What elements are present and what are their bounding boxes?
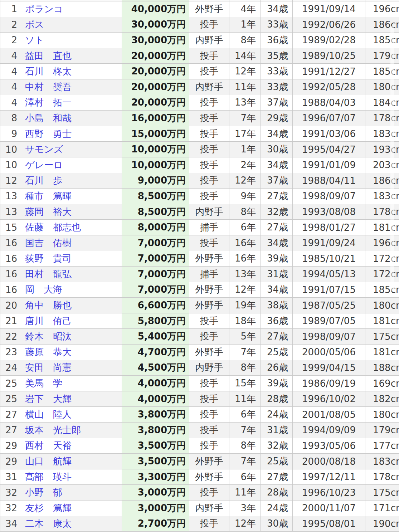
birthdate-cell: 1989/10/25 bbox=[293, 48, 365, 64]
birthdate-cell: 1991/01/09 bbox=[293, 157, 365, 173]
years-cell: 13年 bbox=[229, 95, 261, 111]
player-name-link[interactable]: 鈴木 昭汰 bbox=[25, 331, 72, 342]
player-name-link[interactable]: 角中 勝也 bbox=[25, 300, 72, 311]
table-row: 16 岡 大海 7,000万円 外野手 12年 34歳 1991/07/15 1… bbox=[0, 282, 399, 298]
position-cell: 外野手 bbox=[189, 282, 229, 298]
salary-cell: 3,000万円 bbox=[122, 485, 189, 501]
player-name-cell: 岩下 大輝 bbox=[21, 391, 122, 407]
height-cell: 175cm bbox=[365, 329, 399, 345]
player-name-cell: 澤村 拓一 bbox=[21, 95, 122, 111]
table-row: 21 唐川 侑己 5,800万円 投手 18年 36歳 1989/07/05 1… bbox=[0, 313, 399, 329]
rank-cell: 9 bbox=[0, 126, 21, 142]
player-name-link[interactable]: 田村 龍弘 bbox=[25, 269, 72, 279]
player-name-link[interactable]: 山口 航輝 bbox=[25, 456, 72, 467]
player-name-link[interactable]: 坂本 光士郎 bbox=[25, 425, 81, 435]
player-name-link[interactable]: 岡 大海 bbox=[25, 284, 62, 295]
player-name-cell: 友杉 篤輝 bbox=[21, 501, 122, 516]
player-name-link[interactable]: 二木 康太 bbox=[25, 518, 72, 529]
years-cell: 15年 bbox=[229, 376, 261, 391]
years-cell: 9年 bbox=[229, 189, 261, 204]
player-name-link[interactable]: 石川 歩 bbox=[25, 175, 62, 186]
player-name-link[interactable]: 藤岡 裕大 bbox=[25, 206, 72, 217]
rank-cell: 1 bbox=[0, 1, 21, 17]
player-name-link[interactable]: 安田 尚憲 bbox=[25, 362, 72, 373]
age-cell: 25歳 bbox=[261, 345, 293, 360]
player-name-link[interactable]: ゲレーロ bbox=[25, 160, 63, 170]
height-cell: 169cm bbox=[365, 376, 399, 391]
age-cell: 27歳 bbox=[261, 220, 293, 235]
table-row: 12 石川 歩 9,000万円 投手 12年 37歳 1988/04/11 18… bbox=[0, 173, 399, 189]
rank-cell: 16 bbox=[0, 267, 21, 282]
position-cell: 投手 bbox=[189, 391, 229, 407]
player-name-link[interactable]: 石川 柊太 bbox=[25, 66, 72, 77]
age-cell: 27歳 bbox=[261, 469, 293, 485]
player-name-cell: 小島 和哉 bbox=[21, 111, 122, 126]
age-cell: 29歳 bbox=[261, 111, 293, 126]
player-name-link[interactable]: 西野 勇士 bbox=[25, 128, 72, 139]
player-name-link[interactable]: 岩下 大輝 bbox=[25, 394, 72, 404]
player-name-link[interactable]: 西村 天裕 bbox=[25, 440, 72, 451]
player-name-link[interactable]: ボス bbox=[25, 19, 44, 30]
scrollbar-thumb[interactable] bbox=[390, 26, 394, 291]
player-name-cell: 鈴木 昭汰 bbox=[21, 329, 122, 345]
player-name-link[interactable]: 藤原 恭大 bbox=[25, 347, 72, 357]
rank-cell: 16 bbox=[0, 235, 21, 251]
player-name-cell: 山口 航輝 bbox=[21, 454, 122, 469]
birthdate-cell: 1997/12/11 bbox=[293, 469, 365, 485]
age-cell: 30歳 bbox=[261, 516, 293, 532]
player-name-cell: 唐川 侑己 bbox=[21, 313, 122, 329]
age-cell: 34歳 bbox=[261, 235, 293, 251]
salary-cell: 40,000万円 bbox=[122, 1, 189, 17]
player-name-link[interactable]: 横山 陸人 bbox=[25, 409, 72, 420]
player-name-link[interactable]: 種市 篤暉 bbox=[25, 191, 72, 201]
salary-cell: 30,000万円 bbox=[122, 17, 189, 33]
table-row: 16 荻野 貴司 7,000万円 外野手 16年 39歳 1985/10/21 … bbox=[0, 251, 399, 267]
salary-cell: 5,400万円 bbox=[122, 329, 189, 345]
years-cell: 11年 bbox=[229, 79, 261, 95]
rank-cell: 13 bbox=[0, 204, 21, 220]
player-name-link[interactable]: 髙部 瑛斗 bbox=[25, 472, 72, 482]
player-name-link[interactable]: 澤村 拓一 bbox=[25, 97, 72, 108]
player-name-link[interactable]: 益田 直也 bbox=[25, 50, 72, 61]
table-row: 25 岩下 大輝 4,000万円 投手 11年 28歳 1996/10/02 1… bbox=[0, 391, 399, 407]
table-row: 4 中村 奨吾 20,000万円 内野手 11年 33歳 1992/05/28 … bbox=[0, 79, 399, 95]
player-name-link[interactable]: ポランコ bbox=[25, 4, 63, 14]
height-cell: 180cm bbox=[365, 298, 399, 313]
player-name-link[interactable]: 小島 和哉 bbox=[25, 113, 72, 123]
age-cell: 27歳 bbox=[261, 189, 293, 204]
age-cell: 38歳 bbox=[261, 298, 293, 313]
height-cell: 196cm bbox=[365, 1, 399, 17]
player-name-cell: 佐藤 都志也 bbox=[21, 220, 122, 235]
player-name-link[interactable]: 荻野 貴司 bbox=[25, 253, 72, 264]
player-name-link[interactable]: 友杉 篤輝 bbox=[25, 503, 72, 513]
birthdate-cell: 1996/07/07 bbox=[293, 111, 365, 126]
years-cell: 1年 bbox=[229, 17, 261, 33]
rank-cell: 31 bbox=[0, 469, 21, 485]
player-name-link[interactable]: 国吉 佑樹 bbox=[25, 238, 72, 248]
player-name-cell: 石川 柊太 bbox=[21, 64, 122, 79]
player-name-cell: 種市 篤暉 bbox=[21, 189, 122, 204]
player-name-link[interactable]: 美馬 学 bbox=[25, 378, 62, 389]
birthdate-cell: 1994/05/13 bbox=[293, 267, 365, 282]
position-cell: 外野手 bbox=[189, 251, 229, 267]
birthdate-cell: 1988/04/11 bbox=[293, 173, 365, 189]
age-cell: 32歳 bbox=[261, 204, 293, 220]
player-name-link[interactable]: 唐川 侑己 bbox=[25, 316, 72, 326]
player-name-link[interactable]: サモンズ bbox=[25, 144, 63, 155]
table-row: 4 益田 直也 20,000万円 投手 14年 35歳 1989/10/25 1… bbox=[0, 48, 399, 64]
age-cell: 24歳 bbox=[261, 501, 293, 516]
position-cell: 投手 bbox=[189, 235, 229, 251]
player-name-link[interactable]: 中村 奨吾 bbox=[25, 82, 72, 92]
player-name-link[interactable]: 小野 郁 bbox=[25, 487, 62, 498]
player-name-link[interactable]: ソト bbox=[25, 35, 44, 45]
years-cell: 7年 bbox=[229, 345, 261, 360]
salary-cell: 4,700万円 bbox=[122, 345, 189, 360]
player-name-link[interactable]: 佐藤 都志也 bbox=[25, 222, 81, 233]
rank-cell: 16 bbox=[0, 251, 21, 267]
birthdate-cell: 1989/07/05 bbox=[293, 313, 365, 329]
height-cell: 183cm bbox=[365, 454, 399, 469]
years-cell: 12年 bbox=[229, 64, 261, 79]
position-cell: 捕手 bbox=[189, 220, 229, 235]
table-row: 2 ボス 30,000万円 投手 1年 33歳 1992/06/26 186cm bbox=[0, 17, 399, 33]
table-row: 29 西村 天裕 3,500万円 投手 8年 32歳 1993/05/06 17… bbox=[0, 438, 399, 454]
